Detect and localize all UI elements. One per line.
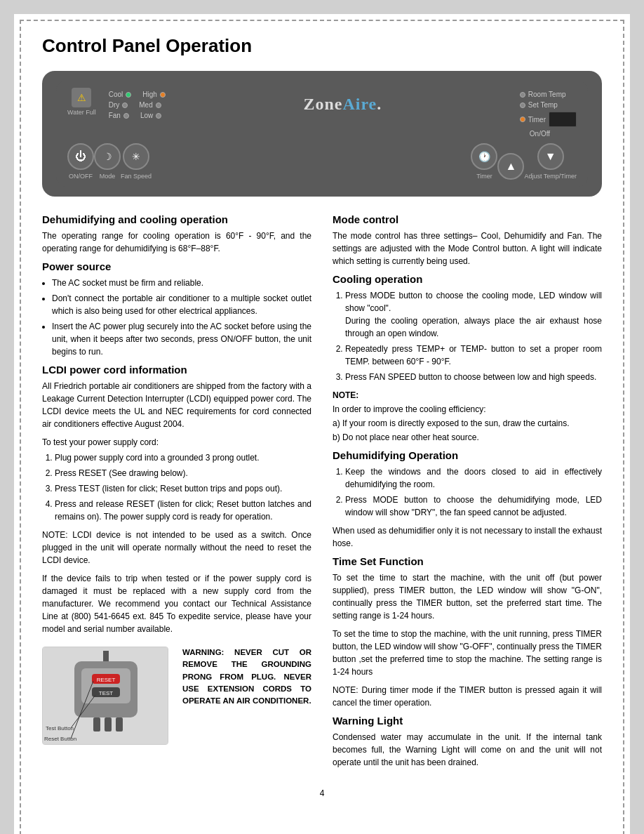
lcdi-step-4: Press and release RESET (listen for clic…: [55, 498, 311, 523]
dehumidifying-title: Dehumidifying and cooling operation: [42, 213, 311, 225]
set-temp-led: [520, 102, 525, 108]
temp-down-btn-group: ▼ Adjust Temp/Timer: [524, 143, 577, 180]
room-temp-led: [520, 92, 525, 98]
dehumid-op-title: Dehumidifying Operation: [333, 449, 602, 461]
cooling-during: During the cooling operation, always pla…: [345, 316, 602, 338]
lcdi-test-title: To test your power supply cord:: [42, 436, 311, 449]
mode-body: The mode control has three settings– Coo…: [333, 230, 602, 267]
timer-label: Timer: [528, 116, 546, 124]
power-bullet-1: The AC socket must be firm and reliable.: [52, 277, 311, 289]
low-led: [156, 113, 161, 119]
mode-button[interactable]: ☽: [94, 143, 121, 170]
cooling-note-a: a) If your room is directly exposed to t…: [333, 417, 602, 430]
warning-text-block: WARNING: NEVER CUT OR REMOVE THE GROUNDI…: [182, 647, 311, 745]
power-bullet-3: Insert the AC power plug securely into t…: [52, 320, 311, 358]
time-body2: To set the time to stop the machine, wit…: [333, 628, 602, 678]
lcdi-step-2: Press RESET (See drawing below).: [55, 467, 311, 479]
lcdi-step-1: Plug power supply cord into a grounded 3…: [55, 451, 311, 464]
med-led: [156, 102, 161, 108]
mode-title: Mode control: [333, 213, 602, 225]
dehumid-step-2: Press MODE button to choose the dehumidi…: [345, 494, 602, 519]
cooling-title: Cooling operation: [333, 273, 602, 285]
svg-text:RESET: RESET: [97, 677, 116, 683]
warning-light-body: Condensed water may accumulate in the un…: [333, 731, 602, 769]
lcdi-step-3: Press TEST (listen for click; Reset butt…: [55, 482, 311, 495]
page-title: Control Panel Operation: [42, 35, 602, 57]
mode-label: Mode: [100, 173, 116, 180]
cooling-step-2: Repeatedly press TEMP+ or TEMP- button t…: [345, 343, 602, 368]
svg-text:Test Button: Test Button: [46, 725, 74, 732]
brand-name: ZoneAire.: [303, 95, 382, 113]
onoff-button[interactable]: ⏻: [67, 143, 94, 170]
lcdi-body: All Friedrich portable air conditioners …: [42, 380, 311, 430]
dehumid-note: When used as dehumidifier only it is not…: [333, 524, 602, 550]
cooling-step-3: Press FAN SPEED button to choose between…: [345, 371, 602, 383]
set-temp-label: Set Temp: [528, 101, 558, 109]
cooling-note-body: In order to improve the cooling efficien…: [333, 403, 602, 416]
power-bullet-2: Don't connect the portable air condition…: [52, 292, 311, 317]
page-number: 4: [42, 788, 602, 798]
power-source-title: Power source: [42, 260, 311, 272]
time-body1: To set the time to start the machine, wi…: [333, 571, 602, 622]
cooling-note-label: NOTE:: [333, 389, 602, 402]
low-label: Low: [140, 112, 153, 119]
fan-led: [123, 113, 129, 119]
svg-rect-7: [93, 717, 100, 732]
bottom-section: RESET TEST Test Button: [42, 647, 311, 745]
left-column: Dehumidifying and cooling operation The …: [42, 213, 311, 774]
cool-label: Cool: [109, 91, 123, 98]
lcdi-note1: NOTE: LCDI device is not intended to be …: [42, 529, 311, 567]
right-column: Mode control The mode control has three …: [333, 213, 602, 774]
fanspeed-label: Fan Speed: [121, 173, 152, 180]
time-title: Time Set Function: [333, 555, 602, 567]
dry-label: Dry: [109, 101, 120, 109]
page: Control Panel Operation ⚠ Water Full Coo…: [14, 14, 630, 834]
timer-button[interactable]: 🕐: [471, 143, 497, 170]
warning-light-title: Warning Light: [333, 715, 602, 727]
fanspeed-btn-group: ✳ Fan Speed: [121, 143, 152, 180]
high-led: [160, 92, 166, 98]
high-label: High: [142, 91, 157, 98]
fan-label: Fan: [109, 112, 121, 119]
dehumidifying-body: The operating range for cooling operatio…: [42, 230, 311, 255]
fanspeed-button[interactable]: ✳: [123, 143, 149, 170]
lcdi-plug-image: RESET TEST Test Button: [42, 647, 168, 745]
timer-display: [549, 112, 577, 127]
content-columns: Dehumidifying and cooling operation The …: [42, 213, 602, 774]
lcdi-title: LCDI power cord information: [42, 364, 311, 376]
mode-btn-group: ☽ Mode: [94, 143, 121, 180]
timer-led: [520, 117, 525, 122]
temp-down-button[interactable]: ▼: [537, 143, 564, 170]
temp-up-button[interactable]: ▲: [497, 153, 524, 180]
room-temp-label: Room Temp: [528, 91, 566, 98]
timer-btn-group: 🕐 Timer: [471, 143, 497, 180]
timer-onoff-label: On/Off: [530, 130, 550, 138]
dehumid-step-1: Keep the windows and the doors closed to…: [345, 465, 602, 491]
svg-rect-8: [105, 717, 112, 732]
temp-up-btn-group: ▲: [497, 153, 524, 180]
svg-text:Reset Button: Reset Button: [44, 736, 76, 742]
cooling-step-1: Press MODE button to choose the cooling …: [345, 289, 602, 340]
svg-rect-2: [81, 668, 130, 703]
onoff-label: ON/OFF: [69, 173, 93, 180]
water-full-label: Water Full: [67, 109, 96, 116]
cooling-note-b: b) Do not place near other heat source.: [333, 431, 602, 444]
lcdi-steps-list: Plug power supply cord into a grounded 3…: [55, 451, 311, 523]
svg-text:TEST: TEST: [99, 690, 114, 696]
onoff-btn-group: ⏻ ON/OFF: [67, 143, 94, 180]
timer-btn-label: Timer: [476, 173, 492, 180]
dehumid-steps-list: Keep the windows and the doors closed to…: [345, 465, 602, 519]
control-panel-diagram: ⚠ Water Full Cool High: [42, 71, 602, 197]
warning-text: WARNING: NEVER CUT OR REMOVE THE GROUNDI…: [182, 647, 311, 707]
power-bullet-list: The AC socket must be firm and reliable.…: [52, 277, 311, 358]
cool-led: [126, 92, 131, 98]
svg-rect-9: [116, 717, 123, 732]
adjust-label: Adjust Temp/Timer: [524, 173, 577, 180]
cooling-steps-list: Press MODE button to choose the cooling …: [345, 289, 602, 383]
med-label: Med: [139, 101, 152, 109]
lcdi-note2: If the device fails to trip when tested …: [42, 572, 311, 635]
time-note: NOTE: During timer mode if the TIMER but…: [333, 684, 602, 709]
dry-led: [122, 102, 128, 108]
